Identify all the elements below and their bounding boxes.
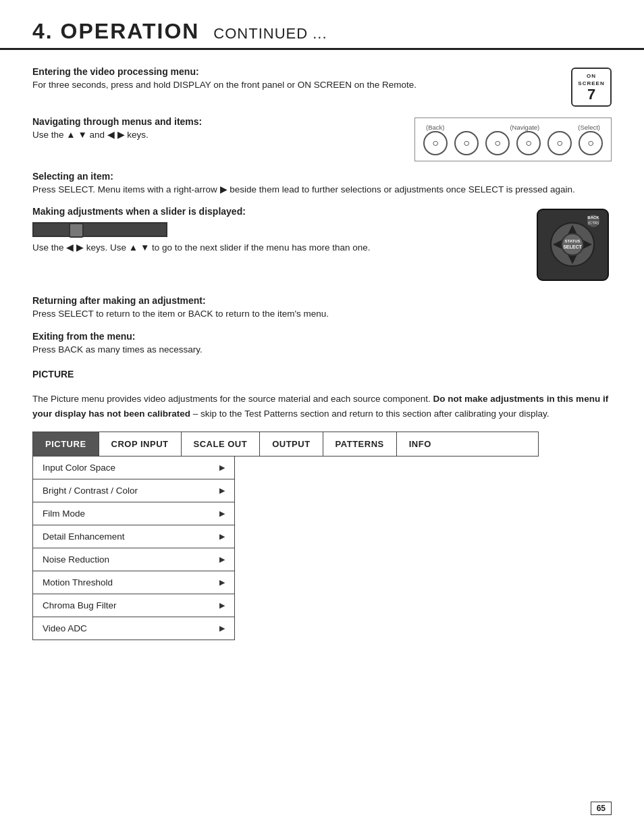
menu-item-label: Film Mode: [43, 509, 85, 519]
svg-text:SELECT: SELECT: [563, 244, 582, 249]
menu-item-bright-contrast-color[interactable]: Bright / Contrast / Color ▶: [33, 479, 234, 502]
on-screen-number: 7: [578, 86, 605, 103]
menu-item-arrow: ▶: [219, 486, 225, 495]
selecting-body: Press SELECT. Menu items with a right-ar…: [32, 183, 612, 197]
on-screen-badge: ON SCREEN 7: [571, 68, 612, 107]
menu-item-detail-enhancement[interactable]: Detail Enhancement ▶: [33, 525, 234, 548]
picture-label: PICTURE: [32, 369, 612, 380]
menu-item-input-color-space[interactable]: Input Color Space ▶: [33, 457, 234, 479]
tab-crop-input[interactable]: CROP INPUT: [99, 432, 182, 456]
menu-item-chroma-bug-filter[interactable]: Chroma Bug Filter ▶: [33, 594, 234, 617]
entering-section: Entering the video processing menu: For …: [32, 66, 612, 107]
tab-info[interactable]: INFO: [397, 432, 444, 456]
adjusting-section: Making adjustments when a slider is disp…: [32, 206, 612, 286]
entering-text: Entering the video processing menu: For …: [32, 66, 555, 92]
picture-intro-end: – skip to the Test Patterns section and …: [193, 409, 549, 419]
navigate-label: (Navigate): [510, 124, 539, 131]
nav-btn-right: ○: [516, 131, 541, 155]
nav-btn-back: ○: [423, 131, 448, 155]
menu-item-label: Input Color Space: [43, 463, 115, 473]
tab-picture[interactable]: PICTURE: [33, 432, 99, 456]
menu-item-arrow: ▶: [219, 624, 225, 633]
select-label: (Select): [578, 124, 600, 131]
returning-section: Returning after making an adjustment: Pr…: [32, 295, 612, 321]
navigating-title: Navigating through menus and items:: [32, 116, 398, 127]
remote-svg: STATUS SELECT BACK (CTR): [534, 206, 612, 284]
picture-intro-text: The Picture menu provides video adjustme…: [32, 394, 431, 404]
menu-item-label: Noise Reduction: [43, 554, 109, 565]
entering-body: For three seconds, press and hold DISPLA…: [32, 78, 555, 92]
page-title: 4. OPERATION continued ...: [32, 19, 327, 43]
svg-text:(CTR): (CTR): [588, 221, 599, 225]
page-header: 4. OPERATION continued ...: [0, 0, 644, 50]
back-label: (Back): [426, 124, 444, 131]
nav-btn-left: ○: [485, 131, 510, 155]
menu-item-label: Bright / Contrast / Color: [43, 486, 138, 496]
adjusting-title: Making adjustments when a slider is disp…: [32, 206, 511, 217]
menu-item-label: Video ADC: [43, 623, 87, 633]
menu-item-label: Chroma Bug Filter: [43, 600, 117, 610]
menu-list: Input Color Space ▶ Bright / Contrast / …: [32, 457, 235, 640]
navigating-section: Navigating through menus and items: Use …: [32, 116, 612, 161]
nav-btn-select: ○: [579, 131, 603, 155]
menu-item-label: Detail Enhancement: [43, 531, 125, 542]
menu-item-arrow: ▶: [219, 555, 225, 564]
navigating-body: Use the ▲ ▼ and ◀ ▶ keys.: [32, 128, 398, 142]
menu-item-film-mode[interactable]: Film Mode ▶: [33, 502, 234, 525]
nav-buttons: ○ ○ ○ ○ ○ ○: [423, 131, 603, 155]
nav-diagram: (Back) (Navigate) (Select) ○ ○ ○ ○ ○ ○: [414, 118, 612, 161]
tab-output[interactable]: OUTPUT: [260, 432, 323, 456]
slider-handle: [69, 223, 84, 238]
remote-control-image: STATUS SELECT BACK (CTR): [534, 206, 612, 286]
navigating-text: Navigating through menus and items: Use …: [32, 116, 398, 142]
menu-tabs: PICTURE CROP INPUT SCALE OUT OUTPUT PATT…: [32, 432, 539, 457]
adjusting-body: Use the ◀ ▶ keys. Use ▲ ▼ to go to the n…: [32, 241, 511, 255]
slider-illustration: [32, 222, 167, 237]
returning-body: Press SELECT to return to the item or BA…: [32, 307, 612, 321]
slider-track: [32, 222, 167, 237]
picture-intro: The Picture menu provides video adjustme…: [32, 392, 612, 421]
menu-item-label: Motion Threshold: [43, 577, 113, 588]
adjusting-text: Making adjustments when a slider is disp…: [32, 206, 511, 255]
menu-item-noise-reduction[interactable]: Noise Reduction ▶: [33, 548, 234, 571]
selecting-title: Selecting an item:: [32, 171, 612, 182]
page-number: 65: [591, 802, 612, 815]
svg-text:STATUS: STATUS: [564, 239, 580, 243]
svg-text:BACK: BACK: [587, 215, 599, 219]
exiting-body: Press BACK as many times as necessary.: [32, 343, 612, 357]
nav-btn-down: ○: [547, 131, 572, 155]
entering-title: Entering the video processing menu:: [32, 66, 555, 77]
main-content: Entering the video processing menu: For …: [0, 66, 644, 640]
nav-btn-up: ○: [454, 131, 479, 155]
nav-labels: (Back) (Navigate) (Select): [423, 124, 603, 131]
on-screen-label: ON SCREEN: [578, 73, 604, 86]
exiting-section: Exiting from the menu: Press BACK as man…: [32, 331, 612, 357]
menu-item-arrow: ▶: [219, 601, 225, 610]
returning-title: Returning after making an adjustment:: [32, 295, 612, 306]
menu-item-arrow: ▶: [219, 509, 225, 518]
menu-item-arrow: ▶: [219, 578, 225, 587]
menu-item-motion-threshold[interactable]: Motion Threshold ▶: [33, 571, 234, 594]
exiting-title: Exiting from the menu:: [32, 331, 612, 342]
menu-item-video-adc[interactable]: Video ADC ▶: [33, 617, 234, 640]
tab-patterns[interactable]: PATTERNS: [323, 432, 397, 456]
selecting-section: Selecting an item: Press SELECT. Menu it…: [32, 171, 612, 197]
menu-item-arrow: ▶: [219, 532, 225, 541]
menu-item-arrow: ▶: [219, 463, 225, 472]
tab-scale-out[interactable]: SCALE OUT: [182, 432, 261, 456]
